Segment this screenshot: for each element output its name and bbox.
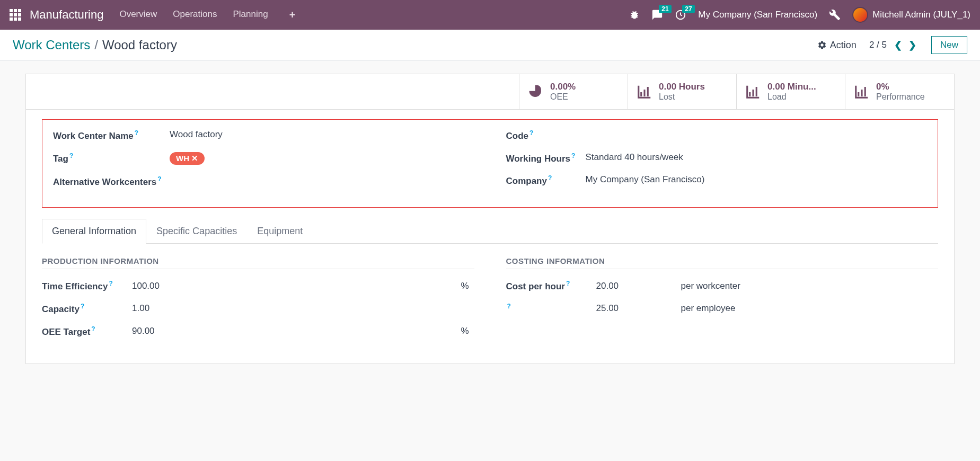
label-code: Code?	[506, 129, 586, 141]
field-hours[interactable]: Standard 40 hours/week	[586, 152, 683, 163]
nav-operations[interactable]: Operations	[173, 9, 217, 21]
app-title: Manufacturing	[30, 8, 103, 22]
label-company: Company?	[506, 174, 586, 187]
avatar	[852, 7, 868, 23]
help-icon[interactable]: ?	[529, 129, 533, 137]
company-selector[interactable]: My Company (San Francisco)	[698, 10, 817, 20]
pie-icon	[528, 84, 544, 100]
bar-icon	[854, 84, 870, 100]
stat-performance[interactable]: 0%Performance	[845, 74, 954, 109]
bar-icon	[637, 84, 652, 100]
activities-badge: 27	[682, 5, 694, 13]
nav-planning[interactable]: Planning	[233, 9, 268, 21]
bar-icon	[745, 84, 761, 100]
apps-icon[interactable]	[10, 9, 21, 21]
help-icon[interactable]: ?	[109, 280, 112, 287]
field-company[interactable]: My Company (San Francisco)	[586, 174, 705, 185]
close-icon[interactable]: ✕	[191, 154, 198, 163]
new-button[interactable]: New	[931, 36, 967, 54]
help-icon[interactable]: ?	[135, 129, 138, 137]
help-icon[interactable]: ?	[157, 175, 161, 183]
label-oee-target: OEE Target?	[42, 325, 132, 338]
section-title-production: PRODUCTION INFORMATION	[42, 256, 474, 269]
label-hours: Working Hours?	[506, 152, 586, 164]
label-cost-employee: ?	[506, 303, 596, 315]
pager-next[interactable]: ❯	[906, 39, 919, 51]
field-capacity[interactable]: 1.00	[132, 303, 196, 314]
tag-pill[interactable]: WH ✕	[170, 152, 205, 165]
field-name[interactable]: Wood factory	[170, 129, 223, 140]
stat-oee[interactable]: 0.00%OEE	[519, 74, 628, 109]
nav-overview[interactable]: Overview	[119, 9, 157, 21]
label-name: Work Center Name?	[53, 129, 170, 141]
tab-general[interactable]: General Information	[42, 219, 146, 244]
help-icon[interactable]: ?	[81, 303, 84, 310]
activities-icon[interactable]: 27	[675, 9, 686, 21]
tabs: General Information Specific Capacities …	[42, 218, 938, 244]
messages-icon[interactable]: 21	[651, 9, 663, 21]
help-icon[interactable]: ?	[548, 174, 552, 182]
tab-equipment[interactable]: Equipment	[247, 219, 313, 244]
help-icon[interactable]: ?	[91, 325, 95, 333]
help-icon[interactable]: ?	[507, 303, 511, 310]
user-name: Mitchell Admin (JULY_1)	[872, 10, 970, 20]
field-tag[interactable]: WH ✕	[170, 152, 205, 165]
help-icon[interactable]: ?	[571, 152, 575, 159]
label-time-efficiency: Time Efficiency?	[42, 280, 132, 292]
messages-badge: 21	[659, 5, 671, 13]
debug-icon[interactable]	[629, 10, 640, 20]
field-oee-target[interactable]: 90.00	[132, 326, 196, 336]
user-menu[interactable]: Mitchell Admin (JULY_1)	[852, 7, 970, 23]
field-cost-hour[interactable]: 20.00	[596, 281, 660, 291]
label-cost-hour: Cost per hour?	[506, 280, 596, 292]
help-icon[interactable]: ?	[566, 280, 570, 287]
label-capacity: Capacity?	[42, 303, 132, 315]
tab-capacities[interactable]: Specific Capacities	[146, 219, 247, 244]
section-title-costing: COSTING INFORMATION	[506, 256, 939, 269]
tools-icon[interactable]	[829, 9, 841, 21]
pager: 2 / 5 ❮ ❯	[869, 39, 919, 51]
help-icon[interactable]: ?	[69, 152, 73, 159]
stat-load[interactable]: 0.00 Minu...Load	[737, 74, 845, 109]
label-tag: Tag?	[53, 152, 170, 164]
main-fields-highlight: Work Center Name? Wood factory Tag? WH ✕…	[42, 119, 938, 208]
pager-prev[interactable]: ❮	[892, 39, 904, 51]
nav-add[interactable]: +	[289, 9, 296, 21]
breadcrumb-parent[interactable]: Work Centers	[13, 38, 90, 52]
action-button[interactable]: Action	[817, 40, 857, 51]
control-bar: Work Centers / Wood factory Action 2 / 5…	[0, 30, 980, 61]
top-navbar: Manufacturing Overview Operations Planni…	[0, 0, 980, 30]
stat-lost[interactable]: 0.00 HoursLost	[628, 74, 737, 109]
breadcrumb-current: Wood factory	[102, 38, 177, 52]
field-time-efficiency[interactable]: 100.00	[132, 281, 196, 291]
label-alt-workcenters: Alternative Workcenters?	[53, 175, 170, 188]
field-cost-employee[interactable]: 25.00	[596, 303, 660, 314]
form-sheet: 0.00%OEE 0.00 HoursLost 0.00 Minu...Load…	[25, 74, 955, 364]
breadcrumb: Work Centers / Wood factory	[13, 38, 177, 52]
gear-icon	[817, 40, 827, 50]
